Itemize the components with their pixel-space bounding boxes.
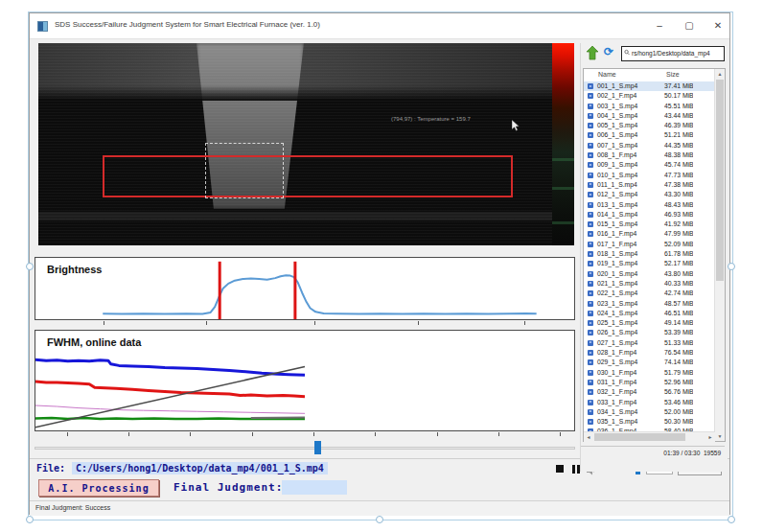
file-row[interactable]: 013_1_S.mp448.43 MiB [584,200,715,210]
file-size: 76.54 MiB [664,349,693,356]
video-file-icon [588,93,593,99]
file-size: 74.14 MiB [664,359,693,365]
file-size: 46.93 MiB [664,211,693,218]
file-row[interactable]: 026_1_S.mp453.39 MiB [584,328,715,337]
file-name: 002_1_F.mp4 [597,92,636,99]
file-row[interactable]: 028_1_F.mp476.54 MiB [584,348,715,358]
file-name: 012_1_S.mp4 [597,191,637,197]
file-row[interactable]: 009_1_S.mp445.74 MiB [584,160,715,170]
file-list: Name Size 001_1_S.mp437.41 MiB002_1_F.mp… [583,68,726,442]
file-row[interactable]: 029_1_S.mp474.14 MiB [584,358,715,367]
final-judgment-label: Final Judgment: [173,481,283,494]
selection-handle[interactable] [728,263,735,270]
file-row[interactable]: 006_1_S.mp451.21 MiB [584,130,715,140]
file-row[interactable]: 003_1_S.mp445.51 MiB [584,102,715,111]
file-row[interactable]: 030_1_F.mp451.79 MiB [584,368,715,378]
video-file-icon [588,290,593,296]
file-row[interactable]: 027_1_S.mp451.33 MiB [584,338,715,348]
file-label: File: [36,463,65,474]
file-row[interactable]: 033_1_F.mp453.46 MiB [584,398,715,407]
refresh-icon[interactable]: ⟳ [604,45,613,58]
window-title: SDS Success/Failure Judgment System for … [55,20,320,29]
file-row[interactable]: 002_1_F.mp450.17 MiB [584,91,715,101]
file-name: 016_1_F.mp4 [597,230,636,237]
selection-handle[interactable] [26,516,34,523]
scroll-up-icon[interactable]: ▲ [715,69,725,79]
time-row: 01:39 / 03:30 19559 [581,446,725,460]
stop-button[interactable] [554,463,566,475]
fwhm-chart-title: FWHM, online data [47,336,141,348]
file-name: 006_1_S.mp4 [597,131,637,138]
scroll-down-icon[interactable]: ▼ [715,431,725,441]
status-text: Final Judgment: Success [35,504,110,511]
file-size: 45.51 MiB [664,103,693,109]
file-size: 51.33 MiB [664,339,693,346]
file-row[interactable]: 001_1_S.mp437.41 MiB [584,81,715,91]
file-size: 53.46 MiB [664,399,693,405]
file-row[interactable]: 022_1_S.mp442.74 MiB [584,289,715,298]
hscroll-thumb[interactable] [594,433,685,441]
video-file-icon [588,242,593,247]
file-row[interactable]: 010_1_S.mp447.73 MiB [584,171,715,180]
path-input[interactable]: rs/hong1/Desktop/data_mp4 [621,46,725,61]
file-row[interactable]: 012_1_S.mp443.30 MiB [584,190,715,199]
vertical-scrollbar[interactable]: ▲ ▼ [714,69,725,441]
file-row[interactable]: 035_1_S.mp450.30 MiB [584,417,715,427]
seek-slider[interactable] [35,441,575,454]
file-row[interactable]: 032_1_F.mp456.76 MiB [584,387,715,397]
file-row[interactable]: 018_1_S.mp461.78 MiB [584,249,715,259]
roi-rectangle [103,155,513,197]
file-row[interactable]: 005_1_S.mp446.39 MiB [584,121,715,130]
file-name: 025_1_S.mp4 [597,319,637,326]
file-row[interactable]: 021_1_S.mp440.33 MiB [584,279,715,289]
selection-handle[interactable] [728,516,735,523]
file-row[interactable]: 016_1_F.mp447.99 MiB [584,229,715,239]
video-file-icon [588,132,593,138]
file-row[interactable]: 020_1_S.mp443.80 MiB [584,269,715,279]
seek-track[interactable] [35,447,575,450]
file-row[interactable]: 031_1_F.mp452.96 MiB [584,378,715,387]
selection-handle[interactable] [376,516,383,523]
tracking-rectangle [205,143,284,198]
file-name: 020_1_S.mp4 [597,270,637,277]
scroll-left-icon[interactable]: ◄ [584,432,593,442]
file-name: 014_1_S.mp4 [597,211,637,218]
file-row[interactable]: 025_1_S.mp449.14 MiB [584,318,715,328]
file-row[interactable]: 015_1_S.mp441.92 MiB [584,220,715,229]
file-size: 47.38 MiB [664,181,693,188]
file-row[interactable]: 007_1_S.mp444.35 MiB [584,141,715,150]
minimize-button[interactable]: – [648,17,671,35]
seek-thumb[interactable] [314,441,321,454]
file-row[interactable]: 014_1_S.mp446.93 MiB [584,210,715,220]
file-row[interactable]: 024_1_S.mp446.51 MiB [584,309,715,318]
file-size: 50.30 MiB [664,418,693,425]
video-file-icon [588,340,593,346]
final-judgment-field[interactable] [282,480,347,495]
column-header-name[interactable]: Name [598,71,616,78]
maximize-button[interactable]: ▢ [678,17,701,35]
file-size: 48.38 MiB [664,151,693,158]
ai-processing-button[interactable]: A.I. Processing [38,479,159,497]
file-row[interactable]: 019_1_S.mp452.17 MiB [584,259,715,268]
video-file-icon [588,419,593,425]
file-size: 43.44 MiB [664,112,693,119]
titlebar: SDS Success/Failure Judgment System for … [30,13,729,39]
video-file-icon [588,83,593,89]
file-row[interactable]: 004_1_S.mp443.44 MiB [584,111,715,121]
file-row[interactable]: 008_1_F.mp448.38 MiB [584,150,715,160]
folder-up-icon[interactable] [586,46,599,60]
selection-handle[interactable] [26,263,34,270]
file-size: 47.73 MiB [664,172,693,178]
column-header-size[interactable]: Size [666,71,680,78]
vscroll-thumb[interactable] [716,80,724,281]
scroll-right-icon[interactable]: ► [705,432,715,442]
close-button[interactable]: ✕ [706,17,729,35]
file-row[interactable]: 023_1_S.mp448.57 MiB [584,299,715,309]
file-row[interactable]: 011_1_S.mp447.38 MiB [584,180,715,190]
horizontal-scrollbar[interactable]: ◄ ► [584,431,715,442]
video-display[interactable]: (794,97) : Temperature = 159.7 [38,43,574,245]
file-row[interactable]: 034_1_S.mp452.00 MiB [584,407,715,417]
explorer-toolbar: ⟳ rs/hong1/Desktop/data_mp4 [581,43,728,66]
file-size: 61.78 MiB [664,250,693,257]
file-row[interactable]: 017_1_F.mp452.09 MiB [584,240,715,249]
